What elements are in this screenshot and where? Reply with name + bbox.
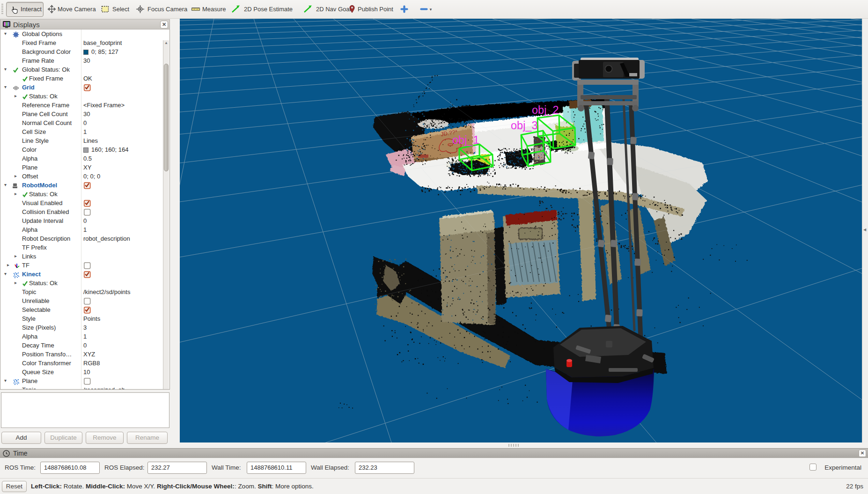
svg-text:obj_2: obj_2: [532, 104, 559, 116]
svg-text:obj_1: obj_1: [452, 134, 479, 146]
svg-text:obj_3: obj_3: [511, 119, 538, 132]
